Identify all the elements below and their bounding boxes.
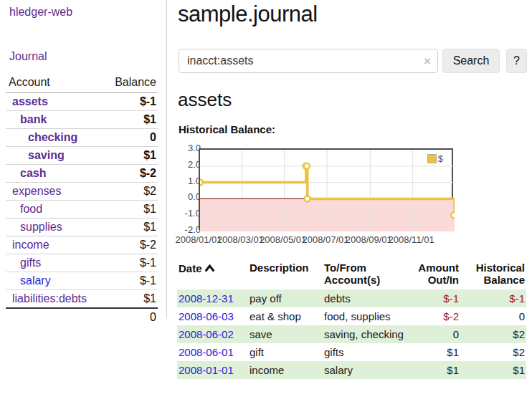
transaction-description: eat & shop xyxy=(248,307,323,325)
transaction-amount: $1 xyxy=(406,343,460,361)
app-brand-link[interactable]: hledger-web xyxy=(9,6,72,19)
sort-asc-icon xyxy=(205,262,214,274)
account-balance: $-1 xyxy=(103,93,158,111)
account-balance: $1 xyxy=(103,111,158,129)
account-balance: $1 xyxy=(103,201,158,219)
account-balance: $-1 xyxy=(103,272,158,290)
account-balance: $2 xyxy=(103,183,158,201)
transaction-balance: 0 xyxy=(460,307,526,325)
accounts-total-row: 0 xyxy=(6,308,158,326)
account-balance: $-2 xyxy=(103,236,158,254)
sidebar-account-row: gifts$-1 xyxy=(6,254,158,272)
y-tick-label: 2.0 xyxy=(172,159,201,170)
sidebar-account-link[interactable]: income xyxy=(12,239,49,251)
transaction-date-link[interactable]: 2008-01-01 xyxy=(179,364,234,376)
transaction-balance: $-1 xyxy=(460,289,526,307)
sidebar-account-row: income$-2 xyxy=(6,236,158,254)
sidebar-account-link[interactable]: bank xyxy=(20,113,47,125)
account-heading: assets xyxy=(178,89,232,111)
register-table: Date Description To/From Account(s) Amou… xyxy=(177,260,526,379)
sidebar: hledger-web Journal Account Balance asse… xyxy=(0,0,167,319)
transaction-amount: $1 xyxy=(406,361,460,379)
sidebar-account-link[interactable]: expenses xyxy=(12,185,62,197)
accounts-table-body: assets$-1bank$1checking0saving$1cash$-2e… xyxy=(6,93,158,327)
register-row: 2008-01-01incomesalary$1$1 xyxy=(177,361,526,379)
transaction-accounts: gifts xyxy=(323,343,406,361)
register-header-date[interactable]: Date xyxy=(177,260,248,289)
transaction-date-link[interactable]: 2008-06-02 xyxy=(179,328,234,340)
sidebar-item-journal[interactable]: Journal xyxy=(9,50,47,63)
transaction-accounts: food, supplies xyxy=(323,307,406,325)
chart-canvas xyxy=(200,150,455,231)
account-balance: $-2 xyxy=(103,165,158,183)
search-box: × xyxy=(179,49,438,73)
transaction-accounts: saving, checking xyxy=(323,325,406,343)
register-table-body: 2008-12-31pay offdebts$-1$-12008-06-03ea… xyxy=(177,289,526,379)
legend-label: $ xyxy=(438,153,443,164)
register-header-balance: Historical Balance xyxy=(460,260,526,289)
register-row: 2008-06-01giftgifts$1$2 xyxy=(177,343,526,361)
y-tick-label: 3.0 xyxy=(172,143,201,153)
transaction-balance: $2 xyxy=(460,325,526,343)
transaction-date-link[interactable]: 2008-12-31 xyxy=(179,292,234,305)
legend-swatch-icon xyxy=(427,154,437,163)
account-balance: $1 xyxy=(103,290,158,309)
chart-plot-area: $ xyxy=(199,148,453,230)
page-title: sample.journal xyxy=(178,1,318,27)
sidebar-account-row: assets$-1 xyxy=(6,93,158,111)
sidebar-account-row: liabilities:debts$1 xyxy=(6,290,158,309)
search-button[interactable]: Search xyxy=(442,49,500,73)
accounts-table: Account Balance assets$-1bank$1checking0… xyxy=(6,74,158,326)
y-tick-label: 1.0 xyxy=(172,176,201,186)
sidebar-account-link[interactable]: cash xyxy=(20,167,46,179)
accounts-total-value: 0 xyxy=(103,308,158,326)
transaction-description: income xyxy=(248,361,323,379)
register-header-accounts: To/From Account(s) xyxy=(323,260,406,289)
transaction-balance: $2 xyxy=(460,343,526,361)
sidebar-account-row: saving$1 xyxy=(6,147,158,165)
sidebar-account-link[interactable]: salary xyxy=(20,274,51,287)
y-tick-label: -2.0 xyxy=(172,224,201,235)
sidebar-account-row: expenses$2 xyxy=(6,183,158,201)
transaction-amount: $-1 xyxy=(406,289,460,307)
transaction-amount: 0 xyxy=(406,325,460,343)
sidebar-account-link[interactable]: supplies xyxy=(20,221,62,233)
register-header-amount: Amount Out/In xyxy=(406,260,460,289)
clear-search-icon[interactable]: × xyxy=(424,54,431,69)
sidebar-account-row: food$1 xyxy=(6,201,158,219)
help-button[interactable]: ? xyxy=(506,49,527,73)
accounts-header-account: Account xyxy=(6,74,103,93)
transaction-date-link[interactable]: 2008-06-01 xyxy=(179,346,234,358)
transaction-accounts: salary xyxy=(323,361,406,379)
transaction-description: save xyxy=(248,325,323,343)
account-balance: $1 xyxy=(103,219,158,236)
transaction-description: gift xyxy=(248,343,323,361)
account-balance: $-1 xyxy=(103,254,158,272)
account-balance: $1 xyxy=(103,147,158,165)
sidebar-account-row: cash$-2 xyxy=(6,165,158,183)
x-tick-label: 2008/11/01 xyxy=(386,234,437,245)
chart-legend: $ xyxy=(427,153,443,164)
transaction-balance: $1 xyxy=(460,361,526,379)
register-header-description: Description xyxy=(248,260,323,289)
sidebar-account-link[interactable]: food xyxy=(20,203,42,215)
sidebar-account-link[interactable]: liabilities:debts xyxy=(12,292,87,305)
sidebar-account-row: supplies$1 xyxy=(6,219,158,236)
transaction-date-link[interactable]: 2008-06-03 xyxy=(179,310,234,322)
sidebar-account-row: salary$-1 xyxy=(6,272,158,290)
accounts-header-balance: Balance xyxy=(103,74,158,93)
search-form: × Search ? xyxy=(178,49,526,73)
sidebar-account-row: checking0 xyxy=(6,129,158,147)
account-balance: 0 xyxy=(103,129,158,147)
register-row: 2008-06-02savesaving, checking0$2 xyxy=(177,325,526,343)
y-tick-label: 0.0 xyxy=(172,191,201,202)
register-row: 2008-06-03eat & shopfood, supplies$-20 xyxy=(177,307,526,325)
register-row: 2008-12-31pay offdebts$-1$-1 xyxy=(177,289,526,307)
sidebar-account-link[interactable]: saving xyxy=(28,149,65,161)
historical-balance-chart: 3.02.01.00.0-1.0-2.0 $ 2008/01/012008/03… xyxy=(178,143,532,247)
transaction-accounts: debts xyxy=(323,289,406,307)
sidebar-account-link[interactable]: checking xyxy=(28,131,77,143)
sidebar-account-link[interactable]: assets xyxy=(12,95,48,107)
sidebar-account-link[interactable]: gifts xyxy=(20,257,41,269)
search-input[interactable] xyxy=(179,49,437,72)
